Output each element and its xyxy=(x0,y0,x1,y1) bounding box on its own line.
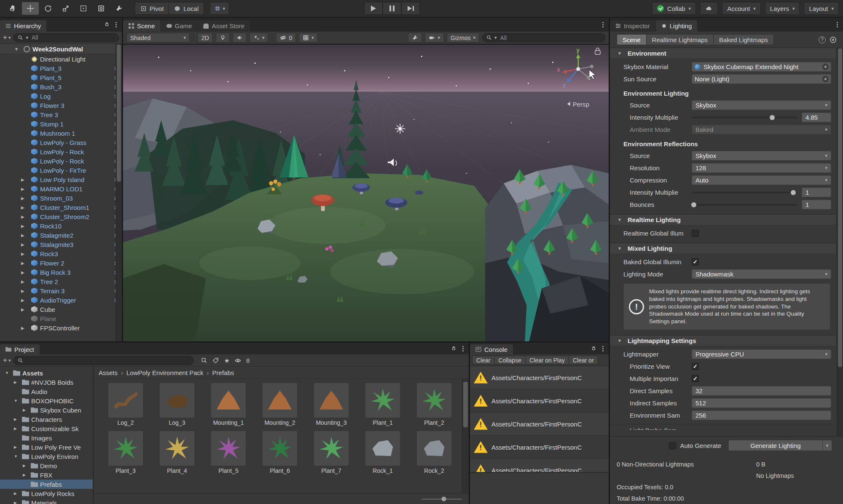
expand-arrow-icon[interactable]: ▶ xyxy=(21,177,29,182)
hierarchy-item[interactable]: ▶ Rock10 › xyxy=(0,221,122,231)
skybox-material-field[interactable]: Skybox Cubemap Extended Night xyxy=(692,62,831,72)
scene-view-tab[interactable]: Asset Store xyxy=(198,20,250,32)
play-button[interactable] xyxy=(364,2,383,15)
gear-icon[interactable] xyxy=(830,37,836,43)
object-picker-icon[interactable] xyxy=(822,64,829,70)
hierarchy-item[interactable]: ▶ Cube › xyxy=(0,305,122,314)
refl-intensity-value-field[interactable]: 1 xyxy=(802,188,831,197)
cloud-button[interactable] xyxy=(700,2,718,15)
expand-arrow-icon[interactable]: ▶ xyxy=(21,233,29,238)
folder-expand-icon[interactable] xyxy=(14,445,20,449)
expand-arrow-icon[interactable]: ▶ xyxy=(21,242,29,247)
transform-tool-button[interactable] xyxy=(93,2,110,15)
hierarchy-item[interactable]: ▶ Tree 2 › xyxy=(0,277,122,286)
asset-thumbnail[interactable]: Plant_7 xyxy=(314,431,349,474)
favorites-icon[interactable]: ★ xyxy=(224,357,229,364)
project-folder-row[interactable]: Customizable Sk xyxy=(0,424,93,433)
asset-thumbnail[interactable]: Rock_1 xyxy=(365,431,400,474)
help-icon[interactable]: ? xyxy=(819,36,826,43)
hierarchy-item[interactable]: ▶ Flower 3 › xyxy=(0,101,122,110)
expand-arrow-icon[interactable]: ▶ xyxy=(21,187,29,191)
refl-intensity-slider[interactable] xyxy=(692,192,797,193)
section-environment[interactable]: ▼ Environment xyxy=(610,48,835,59)
scene-search-input[interactable] xyxy=(499,34,601,42)
console-toolbar-button[interactable]: Collapse xyxy=(494,356,525,365)
project-scrollbar[interactable] xyxy=(462,379,469,493)
foldout-icon[interactable]: ▼ xyxy=(617,338,624,343)
project-folder-row[interactable]: Prefabs xyxy=(0,480,93,489)
hierarchy-item[interactable]: ▶ Plant_3 › xyxy=(0,64,122,73)
asset-thumbnail[interactable]: Rock_2 xyxy=(416,431,452,474)
intensity-slider[interactable] xyxy=(692,117,797,118)
label-icon[interactable] xyxy=(212,357,219,364)
console-entry[interactable]: Assets/Characters/FirstPersonC xyxy=(470,459,609,472)
project-folder-row[interactable]: Assets xyxy=(0,368,93,378)
hierarchy-item[interactable]: ▶ Cluster_Shroom1 › xyxy=(0,203,122,212)
lighting-mode-dropdown[interactable]: Shadowmask ▾ xyxy=(692,269,831,279)
lighting-subtab[interactable]: Realtime Lightmaps xyxy=(646,34,714,45)
folder-expand-icon[interactable] xyxy=(23,464,29,468)
create-object-button[interactable]: +▾ xyxy=(3,33,11,42)
folder-expand-icon[interactable] xyxy=(5,371,11,375)
project-folder-row[interactable]: Images xyxy=(0,433,93,442)
folder-expand-icon[interactable] xyxy=(14,417,20,421)
collab-dropdown[interactable]: Collab ▾ xyxy=(652,2,696,15)
intensity-value-field[interactable]: 4.85 xyxy=(802,113,831,122)
project-folder-row[interactable]: FBX xyxy=(0,470,93,480)
env-source-dropdown[interactable]: Skybox ▾ xyxy=(692,100,831,110)
asset-thumbnail[interactable]: Plant_2 xyxy=(416,383,452,426)
hidden-count-eye-icon[interactable] xyxy=(235,357,241,364)
gizmos-dropdown[interactable]: Gizmos ▾ xyxy=(447,33,479,43)
folder-expand-icon[interactable] xyxy=(23,473,29,477)
hierarchy-item[interactable]: ▶ Stalagmite2 › xyxy=(0,231,122,240)
create-asset-button[interactable]: +▾ xyxy=(3,356,11,365)
scene-view-tab[interactable]: Scene xyxy=(123,20,161,32)
project-folder-row[interactable]: Characters xyxy=(0,415,93,424)
environment-samples-field[interactable]: 256 xyxy=(692,410,831,420)
layout-dropdown[interactable]: Layout ▾ xyxy=(804,2,839,15)
folder-expand-icon[interactable] xyxy=(23,408,29,412)
folder-expand-icon[interactable] xyxy=(14,426,20,431)
hierarchy-item[interactable]: ▶ Directional Light › xyxy=(0,54,122,64)
project-searchbox[interactable] xyxy=(13,356,194,365)
lock-icon[interactable] xyxy=(451,345,456,352)
hierarchy-item[interactable]: ▶ LowPoly - Grass › xyxy=(0,138,122,147)
panel-menu-icon[interactable] xyxy=(837,24,838,25)
project-folder-row[interactable]: LowPoly Environ xyxy=(0,452,93,461)
hierarchy-searchbox[interactable]: ▾ xyxy=(13,33,119,42)
scene-audio-toggle[interactable] xyxy=(233,33,247,43)
section-lightmapping-settings[interactable]: ▼ Lightmapping Settings xyxy=(610,335,835,346)
auto-generate-checkbox[interactable] xyxy=(669,442,676,449)
scene-viewport[interactable]: y x z Persp xyxy=(123,45,609,341)
hierarchy-item[interactable]: ▶ Plane › xyxy=(0,314,122,323)
panel-menu-icon[interactable] xyxy=(462,348,464,349)
expand-arrow-icon[interactable]: ▶ xyxy=(21,261,29,265)
console-toolbar-button[interactable]: Clear xyxy=(472,356,494,365)
hierarchy-item[interactable]: ▶ MARMO LOD1 › xyxy=(0,184,122,193)
tab-inspector[interactable]: Inspector xyxy=(610,20,655,32)
expand-arrow-icon[interactable]: ▶ xyxy=(21,289,29,293)
hierarchy-item[interactable]: ▶ AudioTrigger › xyxy=(0,295,122,305)
tab-project[interactable]: Project xyxy=(0,344,40,354)
expand-arrow-icon[interactable]: ▶ xyxy=(21,224,29,228)
direct-samples-field[interactable]: 32 xyxy=(692,386,831,396)
object-picker-icon[interactable] xyxy=(822,76,829,82)
scale-tool-button[interactable] xyxy=(57,2,74,15)
thumbnail-zoom-slider[interactable] xyxy=(422,499,462,500)
foldout-icon[interactable]: ▼ xyxy=(617,217,624,222)
bounces-value-field[interactable]: 1 xyxy=(802,200,831,209)
panel-menu-icon[interactable] xyxy=(115,24,117,25)
slider-thumb[interactable] xyxy=(691,202,696,207)
slider-thumb[interactable] xyxy=(791,190,796,195)
asset-thumbnail[interactable]: Mounting_3 xyxy=(314,383,349,426)
console-toolbar-button[interactable]: Clear or xyxy=(569,356,598,365)
project-search-input[interactable] xyxy=(26,357,190,364)
console-entry[interactable]: Assets/Characters/FirstPersonC xyxy=(470,389,609,413)
lock-icon[interactable] xyxy=(104,21,110,28)
hierarchy-search-input[interactable] xyxy=(31,34,115,41)
account-dropdown[interactable]: Account ▾ xyxy=(722,2,761,15)
asset-thumbnail[interactable]: Log_2 xyxy=(108,383,143,426)
expand-arrow-icon[interactable]: ▶ xyxy=(21,298,29,303)
refl-source-dropdown[interactable]: Skybox ▾ xyxy=(692,151,831,161)
hierarchy-item[interactable]: ▶ Big Rock 3 › xyxy=(0,268,122,277)
